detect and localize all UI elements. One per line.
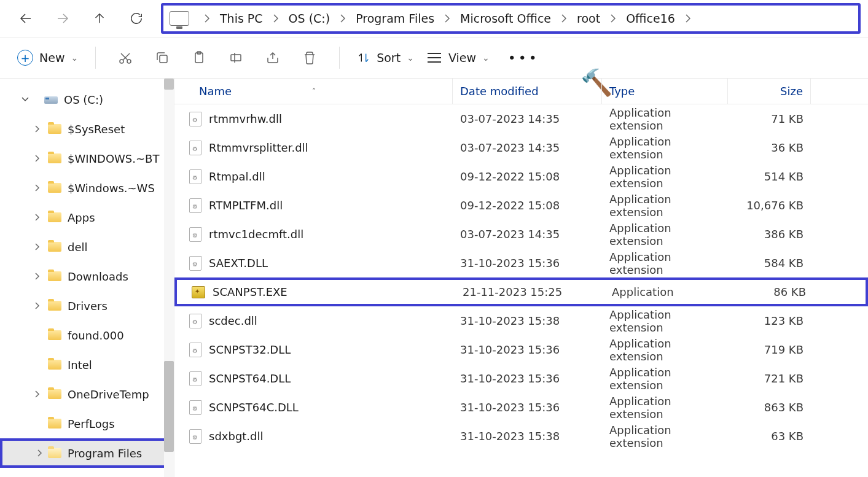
scroll-thumb[interactable] bbox=[164, 361, 174, 452]
file-type: Application bbox=[604, 285, 730, 298]
scrollbar[interactable] bbox=[164, 79, 174, 477]
breadcrumb-microsoft-office[interactable]: Microsoft Office bbox=[459, 8, 552, 29]
tree-item[interactable]: Downloads bbox=[0, 262, 174, 291]
chevron-right-icon[interactable] bbox=[32, 214, 43, 221]
file-date: 09-12-2022 15:08 bbox=[453, 199, 602, 212]
file-list: rtmmvrhw.dll03-07-2023 14:35Application … bbox=[174, 104, 868, 477]
tree-item[interactable]: $Windows.~WS bbox=[0, 173, 174, 203]
sort-button[interactable]: Sort ⌄ bbox=[351, 51, 420, 64]
svg-rect-5 bbox=[231, 55, 241, 61]
tree-label: dell bbox=[68, 241, 88, 254]
file-name: rtmvc1decmft.dll bbox=[209, 228, 303, 241]
up-button[interactable] bbox=[87, 6, 112, 31]
chevron-right-icon[interactable] bbox=[32, 184, 43, 192]
scroll-up-button[interactable] bbox=[164, 79, 174, 90]
folder-icon bbox=[48, 360, 61, 370]
tree-label: Program Files bbox=[68, 447, 142, 460]
file-date: 31-10-2023 15:36 bbox=[453, 372, 602, 385]
dll-icon bbox=[189, 141, 201, 155]
chevron-right-icon[interactable] bbox=[34, 449, 45, 457]
share-button[interactable] bbox=[259, 45, 286, 70]
folder-icon bbox=[48, 419, 61, 429]
tree-label: Intel bbox=[68, 359, 92, 371]
breadcrumb-program-files[interactable]: Program Files bbox=[354, 8, 436, 29]
divider bbox=[95, 47, 96, 69]
drive-icon bbox=[44, 96, 58, 104]
chevron-down-icon[interactable] bbox=[20, 96, 31, 103]
tree-item[interactable]: PerfLogs bbox=[0, 409, 174, 438]
tree-item[interactable]: Drivers bbox=[0, 291, 174, 320]
svg-rect-2 bbox=[160, 55, 167, 63]
tree-item[interactable]: Program Files bbox=[0, 438, 174, 468]
breadcrumb-this-pc[interactable]: This PC bbox=[219, 8, 264, 29]
file-name: Rtmmvrsplitter.dll bbox=[209, 141, 308, 154]
file-row[interactable]: SCNPST32.DLL31-10-2023 15:36Application … bbox=[174, 335, 868, 364]
dll-icon bbox=[189, 198, 201, 213]
breadcrumb-root[interactable]: root bbox=[576, 8, 601, 29]
tree-item[interactable]: Intel bbox=[0, 350, 174, 379]
tree-item[interactable]: $SysReset bbox=[0, 114, 174, 144]
tree-item[interactable]: $WINDOWS.~BT bbox=[0, 144, 174, 173]
file-row[interactable]: SCANPST.EXE21-11-2023 15:25Application86… bbox=[174, 277, 868, 306]
refresh-button[interactable] bbox=[124, 6, 149, 31]
file-row[interactable]: SCNPST64C.DLL31-10-2023 15:36Application… bbox=[174, 393, 868, 422]
copy-button[interactable] bbox=[149, 45, 176, 70]
breadcrumb[interactable]: This PC OS (C:) Program Files Microsoft … bbox=[161, 3, 861, 34]
chevron-right-icon[interactable] bbox=[32, 155, 43, 162]
file-row[interactable]: sdxbgt.dll31-10-2023 15:38Application ex… bbox=[174, 422, 868, 451]
chevron-right-icon[interactable] bbox=[32, 125, 43, 133]
dll-icon bbox=[189, 227, 201, 242]
folder-icon bbox=[48, 448, 61, 458]
folder-icon bbox=[48, 301, 61, 311]
chevron-right-icon[interactable] bbox=[32, 273, 43, 280]
column-type[interactable]: Type bbox=[602, 79, 728, 104]
file-name: SCNPST64.DLL bbox=[209, 372, 291, 385]
folder-icon bbox=[48, 183, 61, 193]
dll-icon bbox=[189, 429, 201, 444]
breadcrumb-office16[interactable]: Office16 bbox=[625, 8, 676, 29]
tree-item[interactable]: found.000 bbox=[0, 320, 174, 350]
file-row[interactable]: SCNPST64.DLL31-10-2023 15:36Application … bbox=[174, 364, 868, 393]
rename-button[interactable] bbox=[222, 45, 249, 70]
file-date: 31-10-2023 15:38 bbox=[453, 314, 602, 327]
forward-button[interactable] bbox=[50, 6, 75, 31]
body: OS (C:) $SysReset$WINDOWS.~BT$Windows.~W… bbox=[0, 79, 868, 477]
new-label: New bbox=[39, 51, 65, 64]
chevron-right-icon[interactable] bbox=[32, 243, 43, 250]
view-button[interactable]: View ⌄ bbox=[420, 51, 496, 64]
delete-button[interactable] bbox=[296, 45, 323, 70]
file-size: 63 KB bbox=[728, 430, 811, 443]
file-row[interactable]: RTMPLTFM.dll09-12-2022 15:08Application … bbox=[174, 191, 868, 220]
column-size[interactable]: Size bbox=[728, 79, 811, 104]
file-row[interactable]: Rtmpal.dll09-12-2022 15:08Application ex… bbox=[174, 162, 868, 191]
tree-item[interactable]: dell bbox=[0, 232, 174, 262]
chevron-down-icon: ⌄ bbox=[71, 53, 78, 63]
tree-item[interactable]: OneDriveTemp bbox=[0, 379, 174, 409]
back-button[interactable] bbox=[14, 6, 38, 31]
tree-item[interactable]: Apps bbox=[0, 203, 174, 232]
more-button[interactable]: ••• bbox=[496, 50, 552, 66]
file-size: 123 KB bbox=[728, 314, 811, 327]
folder-icon bbox=[48, 330, 61, 340]
column-name[interactable]: Name ˄ bbox=[174, 79, 453, 104]
paste-button[interactable] bbox=[186, 45, 213, 70]
file-row[interactable]: SAEXT.DLL31-10-2023 15:36Application ext… bbox=[174, 249, 868, 277]
tree-item-os[interactable]: OS (C:) bbox=[0, 85, 174, 114]
chevron-right-icon bbox=[601, 14, 625, 23]
new-button[interactable]: + New ⌄ bbox=[11, 46, 84, 69]
folder-icon bbox=[48, 242, 61, 252]
file-row[interactable]: rtmvc1decmft.dll03-07-2023 14:35Applicat… bbox=[174, 220, 868, 249]
breadcrumb-os[interactable]: OS (C:) bbox=[287, 8, 332, 29]
file-row[interactable]: rtmmvrhw.dll03-07-2023 14:35Application … bbox=[174, 104, 868, 133]
file-size: 863 KB bbox=[728, 401, 811, 414]
cut-button[interactable] bbox=[112, 45, 139, 70]
chevron-down-icon: ⌄ bbox=[482, 53, 490, 63]
file-row[interactable]: Rtmmvrsplitter.dll03-07-2023 14:35Applic… bbox=[174, 133, 868, 162]
column-date[interactable]: Date modified bbox=[453, 79, 602, 104]
file-row[interactable]: scdec.dll31-10-2023 15:38Application ext… bbox=[174, 306, 868, 335]
chevron-right-icon[interactable] bbox=[32, 302, 43, 309]
file-date: 03-07-2023 14:35 bbox=[453, 112, 602, 125]
folder-icon bbox=[48, 124, 61, 134]
file-name: SAEXT.DLL bbox=[209, 257, 268, 270]
chevron-right-icon[interactable] bbox=[32, 390, 43, 398]
